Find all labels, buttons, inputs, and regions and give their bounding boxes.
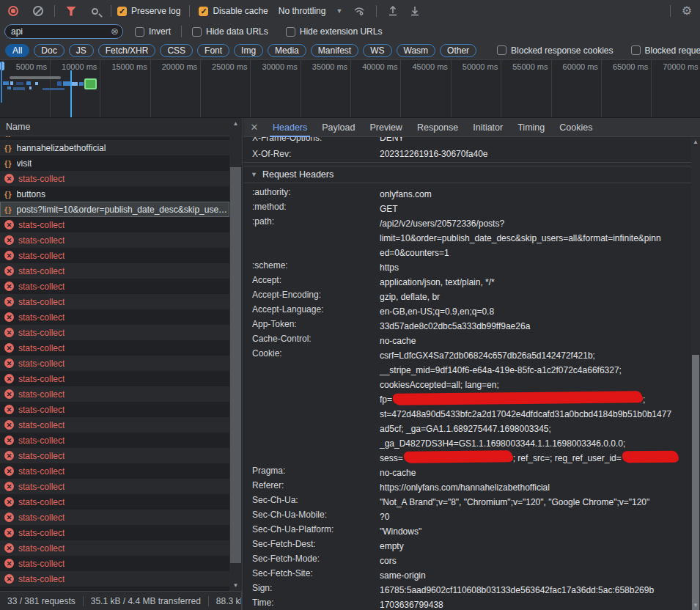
request-name: stats-collect <box>18 220 65 230</box>
details-scrollbar[interactable]: ▲ ▼ <box>691 137 700 610</box>
tab-initiator[interactable]: Initiator <box>465 118 510 137</box>
record-button[interactable] <box>3 2 23 20</box>
header-row: Sec-Ch-Ua-Platform:"Windows" <box>243 524 691 539</box>
request-row[interactable]: ✕stats-collect <box>0 217 229 232</box>
blocked-requests-checkbox[interactable]: Blocked requests <box>631 45 700 56</box>
scrollbar-thumb[interactable] <box>230 167 241 563</box>
filter-chip-other[interactable]: Other <box>440 44 476 57</box>
filter-input[interactable] <box>4 24 123 39</box>
request-row[interactable]: ✕stats-collect <box>0 309 229 325</box>
filter-chip-js[interactable]: JS <box>69 44 94 57</box>
header-row: Sec-Fetch-Dest:empty <box>243 539 691 554</box>
close-details-button[interactable]: ✕ <box>243 122 265 133</box>
filter-toggle-button[interactable] <box>61 2 81 20</box>
header-value-lines: gzip, deflate, br <box>380 290 440 304</box>
header-value-text: https://onlyfans.com/hannahelizabethoffi… <box>380 480 550 495</box>
request-row[interactable]: ✕stats-collect <box>0 571 229 587</box>
request-row[interactable]: ✕stats-collect <box>0 433 229 448</box>
scroll-down-icon[interactable]: ▼ <box>229 582 242 589</box>
header-value-line: __stripe_mid=9df140f6-e64a-419e-85fc-a1c… <box>380 363 679 378</box>
request-row[interactable]: ✕stats-collect <box>0 294 229 309</box>
network-filter-bar: ⊗ Invert Hide data URLs Hide extension U… <box>0 22 700 41</box>
request-name: stats-collect <box>18 497 65 507</box>
filter-chip-fetch-xhr[interactable]: Fetch/XHR <box>98 44 156 57</box>
tab-response[interactable]: Response <box>410 118 465 137</box>
filter-chip-wasm[interactable]: Wasm <box>397 44 436 57</box>
scroll-up-icon[interactable]: ▲ <box>229 120 242 127</box>
clear-button[interactable] <box>28 2 48 20</box>
request-row[interactable]: ✕stats-collect <box>0 417 229 433</box>
hide-data-urls-checkbox[interactable]: Hide data URLs <box>192 26 268 37</box>
blocked-response-cookies-checkbox[interactable]: Blocked response cookies <box>497 45 613 56</box>
import-har-button[interactable] <box>383 2 403 20</box>
request-row[interactable]: ✕stats-collect <box>0 356 229 371</box>
scroll-down-icon[interactable]: ▼ <box>691 602 700 609</box>
scroll-up-icon[interactable]: ▲ <box>691 139 700 145</box>
disable-cache-checkbox[interactable]: Disable cache <box>199 6 268 16</box>
request-row[interactable]: {}hannahelizabethofficial <box>0 140 229 155</box>
scrollbar-thumb[interactable] <box>692 355 699 610</box>
request-name: stats-collect <box>18 559 65 569</box>
settings-button[interactable]: ⚙ <box>677 2 697 20</box>
tab-cookies[interactable]: Cookies <box>552 118 600 137</box>
request-row[interactable]: ✕stats-collect <box>0 371 229 386</box>
timeline-gridline <box>551 60 552 118</box>
request-row[interactable]: ✕stats-collect <box>0 540 229 556</box>
request-headers-section-toggle[interactable]: ▼ Request Headers <box>243 166 691 183</box>
request-row[interactable]: ✕stats-collect <box>0 386 229 402</box>
header-value-line: gzip, deflate, br <box>380 290 440 304</box>
request-row[interactable]: ✕stats-collect <box>0 248 229 263</box>
request-row[interactable]: ✕stats-collect <box>0 171 229 186</box>
tab-preview[interactable]: Preview <box>362 118 409 137</box>
header-value-lines: no-cache <box>380 466 416 480</box>
request-row[interactable]: ✕stats-collect <box>0 340 229 356</box>
header-value-lines: same-origin <box>380 568 426 583</box>
hide-extension-urls-checkbox[interactable]: Hide extension URLs <box>286 26 383 37</box>
tab-timing[interactable]: Timing <box>510 118 552 137</box>
search-button[interactable] <box>84 2 105 20</box>
request-row[interactable]: ✕stats-collect <box>0 279 229 294</box>
header-value-lines: GET <box>380 202 398 216</box>
filter-chip-doc[interactable]: Doc <box>34 44 64 57</box>
request-row[interactable]: ✕stats-collect <box>0 479 229 494</box>
request-row[interactable]: ✕stats-collect <box>0 525 229 540</box>
header-value-lines: empty <box>380 539 404 554</box>
filter-chip-manifest[interactable]: Manifest <box>311 44 358 57</box>
request-row[interactable]: ✕stats-collect <box>0 494 229 510</box>
tab-headers[interactable]: Headers <box>265 118 314 137</box>
request-row[interactable]: ✕stats-collect <box>0 448 229 463</box>
filter-chip-font[interactable]: Font <box>197 44 229 57</box>
filter-chip-ws[interactable]: WS <box>363 44 391 57</box>
preserve-log-checkbox[interactable]: Preserve log <box>117 6 180 16</box>
filter-chip-all[interactable]: All <box>5 44 29 57</box>
network-status-bar: 33 / 381 requests 35.1 kB / 4.4 MB trans… <box>0 591 242 610</box>
hide-data-urls-label: Hide data URLs <box>206 26 268 37</box>
request-row[interactable]: ✕stats-collect <box>0 325 229 340</box>
tab-payload[interactable]: Payload <box>314 118 362 137</box>
export-har-button[interactable] <box>405 2 425 20</box>
clear-filter-icon[interactable]: ⊗ <box>111 26 119 36</box>
request-row[interactable]: ✕stats-collect <box>0 463 229 479</box>
header-name: Sec-Fetch-Site: <box>243 568 380 583</box>
request-row[interactable]: {}buttons <box>0 186 229 202</box>
header-value-text: 33d57ade8c02dbc5a333db99ff9ae26a <box>380 319 530 334</box>
network-conditions-button[interactable] <box>350 2 370 20</box>
request-row[interactable]: ✕stats-collect <box>0 263 229 279</box>
network-overview-timeline[interactable]: 5000 ms10000 ms15000 ms20000 ms25000 ms3… <box>0 60 700 118</box>
timeline-gridline <box>350 60 351 118</box>
filter-chip-css[interactable]: CSS <box>160 44 193 57</box>
request-row[interactable]: ✕stats-collect <box>0 556 229 571</box>
header-value-text: cookiesAccepted=all; lang=en; <box>380 378 499 392</box>
throttling-dropdown[interactable]: No throttling ▼ <box>279 6 343 16</box>
name-column-header[interactable]: Name <box>0 118 242 136</box>
request-row[interactable]: ✕stats-collect <box>0 402 229 417</box>
timeline-tick: 55000 ms <box>512 62 550 71</box>
filter-chip-img[interactable]: Img <box>234 44 263 57</box>
request-list-scrollbar[interactable]: ▲ ▼ <box>229 118 242 591</box>
request-row[interactable]: ✕stats-collect <box>0 510 229 525</box>
filter-chip-media[interactable]: Media <box>268 44 306 57</box>
request-row[interactable]: {}visit <box>0 155 229 171</box>
request-row[interactable]: {}posts?limit=10&order=publish_date_desc… <box>0 202 229 217</box>
request-row[interactable]: ✕stats-collect <box>0 232 229 248</box>
invert-checkbox[interactable]: Invert <box>135 26 171 37</box>
